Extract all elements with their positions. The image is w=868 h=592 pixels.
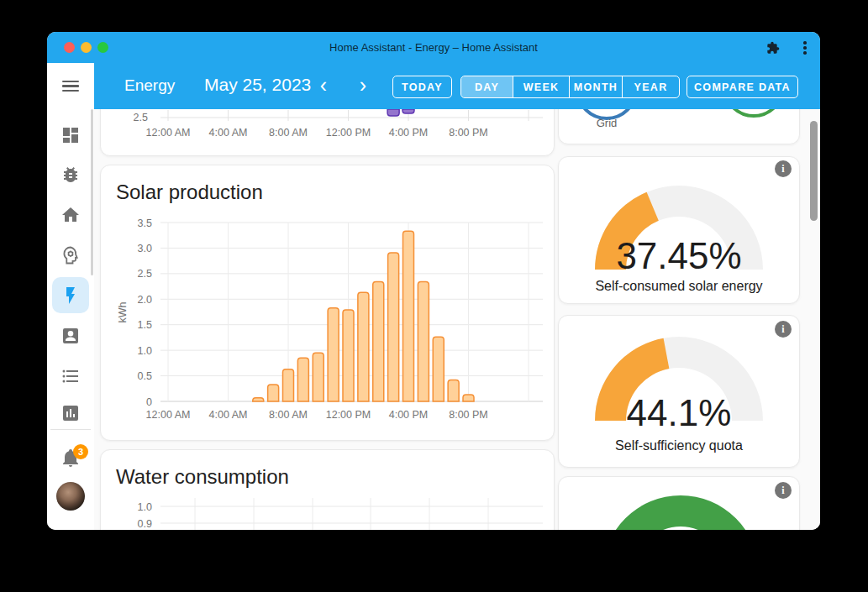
info-icon[interactable]: i	[775, 321, 792, 338]
gauge-value: 44.1%	[559, 393, 799, 433]
svg-text:1.5: 1.5	[138, 319, 152, 331]
svg-text:4:00 AM: 4:00 AM	[209, 127, 248, 139]
page-title: Energy	[124, 76, 175, 95]
zoom-window-button[interactable]	[97, 42, 108, 53]
range-tab-day[interactable]: DAY	[461, 76, 513, 97]
account-badge-icon	[60, 326, 81, 346]
main-content: 2.512:00 AM4:00 AM8:00 AM12:00 PM4:00 PM…	[94, 109, 820, 530]
solar-production-chart: 3.53.02.52.01.51.00.5012:00 AM4:00 AM8:0…	[101, 165, 554, 440]
sidebar-item-head-cog[interactable]	[60, 245, 81, 265]
close-window-button[interactable]	[64, 42, 75, 53]
sidebar-scrollbar[interactable]	[91, 109, 93, 275]
svg-text:8:00 PM: 8:00 PM	[449, 127, 488, 139]
info-icon[interactable]: i	[775, 482, 792, 499]
sidebar-item-dashboard[interactable]	[60, 125, 81, 145]
svg-text:0.9: 0.9	[138, 518, 152, 530]
info-icon[interactable]: i	[775, 160, 792, 177]
green-gauge-partial	[559, 477, 799, 530]
svg-text:3.0: 3.0	[138, 243, 152, 254]
sidebar-item-account-badge[interactable]	[60, 326, 81, 346]
water-consumption-chart-top: 1.00.9	[101, 450, 554, 530]
gauge-label: Self-consumed solar energy	[559, 279, 799, 294]
svg-text:12:00 PM: 12:00 PM	[326, 409, 371, 421]
today-button[interactable]: TODAY	[392, 76, 452, 98]
range-tab-group: DAYWEEKMONTHYEAR	[460, 76, 680, 98]
window-title: Home Assistant - Energy – Home Assistant	[148, 41, 719, 54]
browser-window: Home Assistant - Energy – Home Assistant…	[47, 32, 820, 530]
head-cog-icon	[60, 245, 81, 265]
svg-text:8:00 PM: 8:00 PM	[449, 409, 488, 421]
svg-text:3.5: 3.5	[138, 217, 152, 229]
browser-titlebar: Home Assistant - Energy – Home Assistant	[47, 32, 820, 63]
lightning-bolt-icon	[60, 286, 81, 306]
svg-text:12:00 PM: 12:00 PM	[326, 127, 371, 139]
svg-text:4:00 PM: 4:00 PM	[389, 409, 429, 421]
svg-text:1.0: 1.0	[138, 501, 152, 513]
bug-icon	[60, 165, 81, 185]
svg-text:8:00 AM: 8:00 AM	[269, 409, 308, 421]
range-tab-week[interactable]: WEEK	[513, 76, 570, 97]
chart-box-icon	[60, 403, 81, 423]
gauge-value: 37.45%	[559, 236, 799, 276]
user-avatar[interactable]	[56, 482, 85, 511]
app-header: Energy May 25, 2023 ‹ › TODAY DAYWEEKMON…	[47, 63, 820, 109]
energy-usage-chart-bottom: 2.512:00 AM4:00 AM8:00 AM12:00 PM4:00 PM…	[101, 109, 554, 155]
browser-menu-icon[interactable]	[803, 41, 807, 57]
grid-node-label: Grid	[573, 117, 640, 129]
notification-count-badge: 3	[73, 444, 88, 459]
extensions-puzzle-icon[interactable]	[766, 41, 780, 55]
next-period-button[interactable]: ›	[356, 73, 370, 97]
sidebar-item-energy[interactable]	[60, 286, 81, 306]
svg-text:2.5: 2.5	[134, 112, 148, 123]
sidebar-item-bug[interactable]	[60, 165, 81, 185]
range-tab-year[interactable]: YEAR	[623, 76, 679, 97]
sidebar: 3	[47, 109, 94, 530]
sidebar-divider	[50, 429, 91, 430]
svg-text:0.5: 0.5	[138, 370, 152, 382]
home-icon	[60, 205, 81, 225]
page-scrollbar-thumb[interactable]	[810, 121, 818, 221]
sidebar-item-chart-box[interactable]	[60, 403, 81, 423]
svg-text:1.0: 1.0	[138, 345, 152, 357]
svg-text:kWh: kWh	[117, 301, 129, 322]
compare-data-button[interactable]: COMPARE DATA	[687, 76, 798, 98]
svg-text:2.0: 2.0	[138, 294, 152, 306]
energy-distribution-card-partial: Grid	[558, 109, 800, 144]
svg-text:0: 0	[146, 396, 152, 408]
minimize-window-button[interactable]	[81, 42, 92, 53]
svg-text:12:00 AM: 12:00 AM	[146, 409, 191, 421]
green-gauge-card-partial: i	[558, 476, 800, 530]
sidebar-item-list[interactable]	[60, 366, 81, 386]
sidebar-item-home[interactable]	[60, 205, 81, 225]
gauge-label: Self-sufficiency quota	[559, 438, 799, 453]
range-tab-month[interactable]: MONTH	[570, 76, 623, 97]
solar-node-circle	[723, 109, 785, 118]
previous-period-button[interactable]: ‹	[317, 73, 330, 97]
date-picker-label[interactable]: May 25, 2023	[204, 75, 311, 95]
water-consumption-card-partial: Water consumption 1.00.9	[100, 449, 555, 530]
svg-text:4:00 PM: 4:00 PM	[389, 127, 429, 139]
self-consumed-solar-card: 37.45% Self-consumed solar energy i	[558, 156, 800, 304]
dashboard-icon	[60, 125, 81, 145]
menu-hamburger-icon[interactable]	[62, 81, 79, 92]
sidebar-header-cap	[47, 63, 94, 109]
energy-usage-card-partial: 2.512:00 AM4:00 AM8:00 AM12:00 PM4:00 PM…	[100, 109, 555, 156]
self-sufficiency-card: 44.1% Self-sufficiency quota i	[558, 315, 800, 468]
list-bulleted-icon	[60, 366, 81, 386]
svg-text:8:00 AM: 8:00 AM	[269, 127, 308, 139]
svg-text:4:00 AM: 4:00 AM	[209, 409, 248, 421]
svg-text:2.5: 2.5	[138, 268, 152, 280]
svg-text:12:00 AM: 12:00 AM	[146, 127, 191, 139]
solar-production-card: Solar production 3.53.02.52.01.51.00.501…	[100, 165, 555, 441]
